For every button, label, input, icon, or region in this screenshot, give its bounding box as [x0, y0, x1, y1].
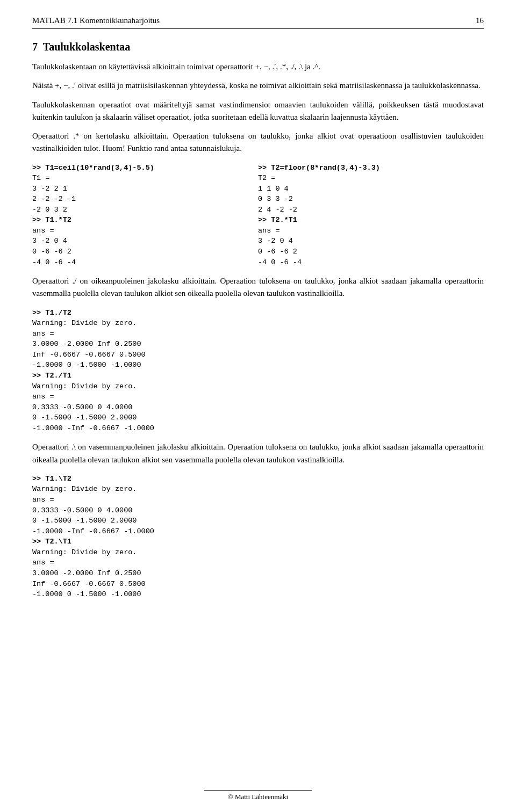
t1-div-t2-row-3: -1.0000 0 -1.5000 -1.0000: [32, 360, 484, 371]
t1-div-t2-row-2: Inf -0.6667 -0.6667 0.5000: [32, 350, 484, 360]
t1-ldiv-t2-row-2: 0 -1.5000 -1.5000 2.0000: [32, 516, 484, 526]
t1-command: >> T1=ceil(10*rand(3,4)-5.5): [32, 163, 258, 173]
t2-div-t1-cmd: >> T2./T1: [32, 371, 484, 381]
page: MATLAB 7.1 Komentoikkunaharjoitus 16 7 T…: [0, 0, 516, 812]
paragraph-6: Operaattori .\ on vasemmanpuoleinen jako…: [32, 441, 484, 466]
t2-ldiv-t1-ans-label: ans =: [32, 557, 484, 568]
t1-mult-ans-label: ans =: [32, 226, 258, 236]
t2-mult-cmd: >> T2.*T1: [258, 215, 484, 226]
t2-row-2: 0 3 3 -2: [258, 194, 484, 205]
paragraph-1: Taulukkolaskentaan on käytettävissä alki…: [32, 61, 484, 73]
t2-mult-row-2: 0 -6 -6 2: [258, 247, 484, 257]
t1-ldiv-t2-ans-label: ans =: [32, 495, 484, 505]
t2-ldiv-t1-row-2: Inf -0.6667 -0.6667 0.5000: [32, 579, 484, 590]
code-col-left: >> T1=ceil(10*rand(3,4)-5.5) T1 = 3 -2 2…: [32, 163, 258, 268]
t2-row-3: 2 4 -2 -2: [258, 205, 484, 215]
header-page: 16: [476, 16, 484, 25]
t2-div-t1-row-1: 0.3333 -0.5000 0 4.0000: [32, 402, 484, 413]
footer-copyright: © Matti Lähteenmäki: [228, 793, 288, 801]
code-col-right: >> T2=floor(8*rand(3,4)-3.3) T2 = 1 1 0 …: [258, 163, 484, 268]
t2-div-t1-warn: Warning: Divide by zero.: [32, 381, 484, 392]
t1-mult-cmd: >> T1.*T2: [32, 215, 258, 226]
t1-mult-row-2: 0 -6 -6 2: [32, 247, 258, 257]
paragraph-4: Operaattori .* on kertolasku alkioittain…: [32, 130, 484, 155]
t2-div-t1-ans-label: ans =: [32, 392, 484, 402]
t1-mult-row-3: -4 0 -6 -4: [32, 257, 258, 268]
t2-div-t1-row-2: 0 -1.5000 -1.5000 2.0000: [32, 412, 484, 423]
t2-ldiv-t1-warn: Warning: Divide by zero.: [32, 547, 484, 558]
t1-row-2: 2 -2 -2 -1: [32, 194, 258, 205]
header-title: MATLAB 7.1 Komentoikkunaharjoitus: [32, 16, 160, 25]
t1-ldiv-t2-row-1: 0.3333 -0.5000 0 4.0000: [32, 505, 484, 516]
t2-label: T2 =: [258, 173, 484, 184]
paragraph-5: Operaattori ./ on oikeanpuoleinen jakola…: [32, 275, 484, 300]
code-section-multiply: >> T1=ceil(10*rand(3,4)-5.5) T1 = 3 -2 2…: [32, 163, 484, 268]
t2-mult-ans-label: ans =: [258, 226, 484, 236]
paragraph-3: Taulukkolaskennan operaatiot ovat määrit…: [32, 99, 484, 124]
t1-label: T1 =: [32, 173, 258, 184]
t2-ldiv-t1-cmd: >> T2.\T1: [32, 536, 484, 547]
t2-ldiv-t1-row-1: 3.0000 -2.0000 Inf 0.2500: [32, 568, 484, 579]
t2-ldiv-t1-row-3: -1.0000 0 -1.5000 -1.0000: [32, 589, 484, 600]
t1-div-t2-row-1: 3.0000 -2.0000 Inf 0.2500: [32, 339, 484, 350]
t1-div-t2-cmd: >> T1./T2: [32, 308, 484, 318]
t1-div-t2-ans-label: ans =: [32, 329, 484, 339]
t1-ldiv-t2-cmd: >> T1.\T2: [32, 474, 484, 484]
t1-ldiv-t2-row-3: -1.0000 -Inf -0.6667 -1.0000: [32, 526, 484, 537]
code-section-divide-right: >> T1./T2 Warning: Divide by zero. ans =…: [32, 308, 484, 434]
chapter-title: 7 Taulukkolaskentaa: [32, 41, 484, 53]
t1-row-1: 3 -2 2 1: [32, 184, 258, 194]
paragraph-2: Näistä +, −, .′ olivat esillä jo matriis…: [32, 79, 484, 92]
t2-command: >> T2=floor(8*rand(3,4)-3.3): [258, 163, 484, 173]
t1-mult-row-1: 3 -2 0 4: [32, 236, 258, 247]
t1-ldiv-t2-warn: Warning: Divide by zero.: [32, 484, 484, 495]
page-header: MATLAB 7.1 Komentoikkunaharjoitus 16: [32, 16, 484, 29]
page-footer: © Matti Lähteenmäki: [0, 790, 516, 801]
footer-divider: [204, 790, 312, 791]
t2-row-1: 1 1 0 4: [258, 184, 484, 194]
code-section-divide-left: >> T1.\T2 Warning: Divide by zero. ans =…: [32, 474, 484, 600]
t2-mult-row-3: -4 0 -6 -4: [258, 257, 484, 268]
t1-div-t2-warn: Warning: Divide by zero.: [32, 318, 484, 329]
t2-mult-row-1: 3 -2 0 4: [258, 236, 484, 247]
t1-row-3: -2 0 3 2: [32, 205, 258, 215]
t2-div-t1-row-3: -1.0000 -Inf -0.6667 -1.0000: [32, 423, 484, 434]
